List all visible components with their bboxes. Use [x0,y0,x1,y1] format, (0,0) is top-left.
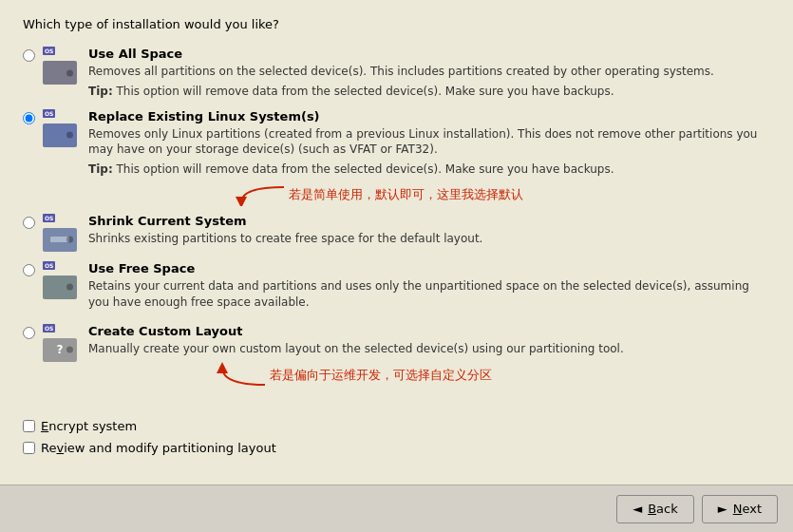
option-tip-use-all-space: Tip: This option will remove data from t… [88,84,770,100]
option-desc-use-free-space: Retains your current data and partitions… [88,278,770,311]
radio-use-all-space[interactable] [23,49,35,62]
annotation-1-container: 若是简单使用，默认即可，这里我选择默认 [80,187,770,214]
checkbox-label-encrypt[interactable]: Encrypt system [41,419,137,433]
option-title-replace-existing: Replace Existing Linux System(s) [88,109,770,124]
next-icon: ► [718,502,727,516]
checkbox-review[interactable] [23,442,35,454]
back-label: Back [648,502,678,516]
option-title-shrink-current: Shrink Current System [88,214,770,228]
icon-shrink-current: OS [43,214,79,252]
option-create-custom: OS ? Create Custom Layout Manually creat… [23,324,770,362]
option-replace-existing: OS Replace Existing Linux System(s) Remo… [23,109,770,178]
option-tip-replace-existing: Tip: This option will remove data from t… [88,162,770,178]
option-desc-replace-existing: Removes only Linux partitions (created f… [88,126,770,159]
radio-shrink-current[interactable] [23,217,35,229]
options-container: OS Use All Space Removes all partitions … [23,47,770,398]
arrow-icon-2 [213,362,270,389]
option-desc-create-custom: Manually create your own custom layout o… [88,341,770,357]
option-text-use-free-space: Use Free Space Retains your current data… [88,261,770,314]
back-icon: ◄ [633,502,642,516]
footer: ◄ Back ► Next [0,484,793,532]
checkbox-row-encrypt: Encrypt system [23,419,770,433]
icon-create-custom: OS ? [43,324,79,362]
option-title-use-all-space: Use All Space [88,47,770,61]
option-title-use-free-space: Use Free Space [88,261,770,276]
option-use-free-space: OS Use Free Space Retains your current d… [23,261,770,314]
icon-replace-existing: OS [43,109,79,147]
option-text-shrink-current: Shrink Current System Shrinks existing p… [88,214,770,251]
icon-use-all-space: OS [43,47,79,85]
icon-use-free-space: OS [43,261,79,299]
radio-replace-existing[interactable] [23,112,35,124]
option-use-all-space: OS Use All Space Removes all partitions … [23,47,770,100]
arrow-icon-1 [232,183,289,206]
checkboxes-section: Encrypt system Review and modify partiti… [23,411,770,455]
option-text-create-custom: Create Custom Layout Manually create you… [88,324,770,361]
annotation-default: 若是简单使用，默认即可，这里我选择默认 [232,183,523,206]
checkbox-label-review[interactable]: Review and modify partitioning layout [41,441,276,455]
option-desc-use-all-space: Removes all partitions on the selected d… [88,64,770,80]
option-title-create-custom: Create Custom Layout [88,324,770,338]
annotation-2-container: 若是偏向于运维开发，可选择自定义分区 [80,371,770,398]
page-question: Which type of installation would you lik… [23,17,770,31]
next-button[interactable]: ► Next [702,495,778,523]
option-text-use-all-space: Use All Space Removes all partitions on … [88,47,770,100]
checkbox-encrypt[interactable] [23,420,35,432]
radio-create-custom[interactable] [23,327,35,339]
annotation-custom: 若是偏向于运维开发，可选择自定义分区 [213,362,492,389]
option-shrink-current: OS Shrink Current System Shrinks existin… [23,214,770,252]
back-button[interactable]: ◄ Back [616,495,694,523]
option-desc-shrink-current: Shrinks existing partitions to create fr… [88,231,770,247]
checkbox-row-review: Review and modify partitioning layout [23,441,770,455]
radio-use-free-space[interactable] [23,264,35,276]
next-label: Next [733,502,762,516]
option-text-replace-existing: Replace Existing Linux System(s) Removes… [88,109,770,178]
